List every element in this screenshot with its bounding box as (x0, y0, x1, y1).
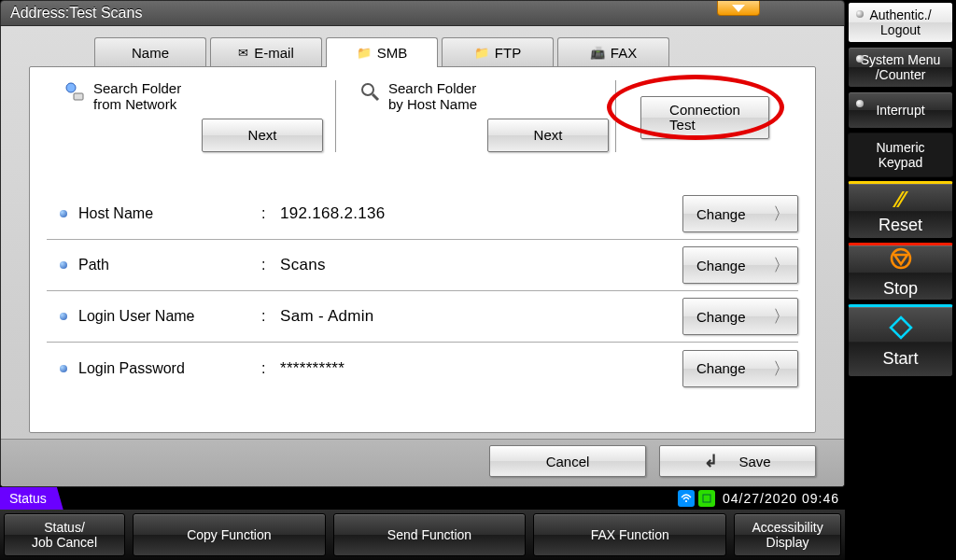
button-label: Stop (883, 279, 918, 299)
button-label: Next (534, 127, 563, 143)
mail-icon: ✉ (238, 46, 248, 60)
tab-label: FTP (495, 45, 521, 61)
reset-icon: ⁄⁄ (896, 187, 904, 213)
status-job-cancel-button[interactable]: Status/ Job Cancel (4, 513, 125, 556)
field-label: Login User Name (78, 308, 261, 325)
folder-icon: 📁 (474, 46, 489, 60)
search-network-next-button[interactable]: Next (202, 119, 323, 152)
system-menu-button[interactable]: System Menu /Counter (848, 47, 953, 88)
button-label: Authentic./ Logout (869, 7, 931, 37)
tab-smb[interactable]: 📁SMB (326, 37, 438, 67)
button-label: FAX Function (591, 527, 669, 542)
field-list: Host Name : 192.168.2.136 Change〉 Path :… (47, 189, 798, 394)
svg-marker-0 (732, 5, 745, 12)
svg-rect-6 (703, 495, 710, 502)
tab-strip: Name ✉E-mail 📁SMB 📁FTP 📠FAX (1, 26, 844, 67)
network-icon (63, 80, 86, 103)
status-label: Status (9, 491, 47, 506)
connection-test-button[interactable]: Connection Test (640, 96, 769, 139)
button-label: Status/ Job Cancel (32, 520, 97, 550)
button-label: Reset (879, 216, 922, 235)
start-icon (888, 315, 914, 346)
accessibility-button[interactable]: Accessibility Display (734, 513, 841, 556)
field-label: Path (78, 257, 261, 273)
field-value: Sam - Admin (280, 307, 682, 326)
colon: : (261, 257, 280, 273)
status-tag[interactable]: Status (0, 487, 63, 510)
copy-function-button[interactable]: Copy Function (133, 513, 326, 556)
tab-label: SMB (377, 45, 408, 61)
svg-point-5 (685, 500, 687, 502)
dropdown-handle[interactable] (717, 1, 760, 16)
field-login-user: Login User Name : Sam - Admin Change〉 (47, 291, 798, 343)
bullet-icon (60, 210, 67, 217)
bullet-icon (60, 313, 67, 320)
button-label: Connection Test (669, 103, 740, 133)
field-label: Host Name (78, 205, 261, 222)
field-value: 192.168.2.136 (280, 204, 682, 223)
fax-icon: 📠 (590, 46, 605, 60)
led-icon (856, 10, 864, 18)
interrupt-button[interactable]: Interrupt (848, 91, 953, 129)
button-label: Change (696, 258, 746, 273)
return-icon: ↲ (704, 451, 718, 471)
button-label: Start (882, 349, 918, 369)
change-path-button[interactable]: Change〉 (682, 246, 798, 284)
search-network-label: Search Folder from Network (93, 80, 181, 113)
function-bar: Status/ Job Cancel Copy Function Send Fu… (0, 510, 845, 560)
chevron-down-icon (732, 5, 745, 12)
svg-line-4 (373, 94, 378, 100)
save-button[interactable]: ↲Save (659, 445, 816, 477)
svg-marker-8 (894, 255, 907, 264)
change-host-button[interactable]: Change〉 (682, 195, 798, 232)
search-host-label: Search Folder by Host Name (388, 80, 477, 113)
tab-label: E-mail (254, 45, 294, 61)
svg-point-1 (66, 83, 76, 92)
svg-marker-9 (891, 317, 911, 338)
field-label: Login Password (78, 360, 261, 377)
send-function-button[interactable]: Send Function (333, 513, 527, 556)
fax-function-button[interactable]: FAX Function (533, 513, 726, 556)
change-password-button[interactable]: Change〉 (682, 350, 798, 387)
tab-email[interactable]: ✉E-mail (210, 37, 322, 67)
colon: : (261, 360, 280, 377)
field-value: Scans (280, 256, 682, 274)
status-bar: Status 04/27/2020 09:46 (0, 487, 845, 510)
titlebar-text: Address:Test Scans (10, 5, 142, 21)
cancel-button[interactable]: Cancel (489, 445, 646, 477)
numeric-keypad-button[interactable]: Numeric Keypad (848, 133, 953, 177)
tab-fax[interactable]: 📠FAX (557, 37, 669, 67)
status-datetime: 04/27/2020 09:46 (723, 491, 839, 506)
button-label: Accessibility Display (752, 520, 822, 550)
tab-ftp[interactable]: 📁FTP (442, 37, 554, 67)
button-label: System Menu /Counter (861, 52, 941, 82)
stop-button[interactable]: Stop (848, 243, 953, 301)
auth-logout-button[interactable]: Authentic./ Logout (848, 2, 953, 43)
titlebar: Address:Test Scans (0, 0, 845, 26)
svg-rect-2 (74, 93, 83, 100)
button-label: Interrupt (876, 103, 924, 118)
search-host-next-button[interactable]: Next (487, 119, 609, 152)
button-label: Cancel (546, 454, 590, 469)
led-icon (856, 55, 864, 63)
connection-test-block: Connection Test (616, 80, 769, 155)
stop-icon (889, 246, 913, 276)
address-book-panel: Name ✉E-mail 📁SMB 📁FTP 📠FAX Search Folde… (0, 26, 845, 487)
field-path: Path : Scans Change〉 (47, 240, 798, 291)
reset-button[interactable]: ⁄⁄ Reset (848, 181, 953, 239)
chevron-right-icon: 〉 (773, 305, 790, 328)
bullet-icon (60, 261, 67, 269)
bullet-icon (60, 365, 67, 372)
search-by-host: Search Folder by Host Name Next (336, 80, 616, 152)
change-user-button[interactable]: Change〉 (682, 298, 798, 335)
footer-buttons: Cancel ↲Save (1, 439, 844, 486)
field-value: ********** (280, 359, 682, 378)
chevron-right-icon: 〉 (773, 254, 790, 276)
colon: : (261, 205, 280, 222)
start-button[interactable]: Start (848, 304, 953, 377)
tab-name[interactable]: Name (94, 37, 206, 67)
button-label: Change (696, 309, 746, 325)
right-sidebar: Authentic./ Logout System Menu /Counter … (845, 0, 956, 560)
colon: : (261, 308, 280, 325)
button-label: Save (738, 454, 770, 469)
